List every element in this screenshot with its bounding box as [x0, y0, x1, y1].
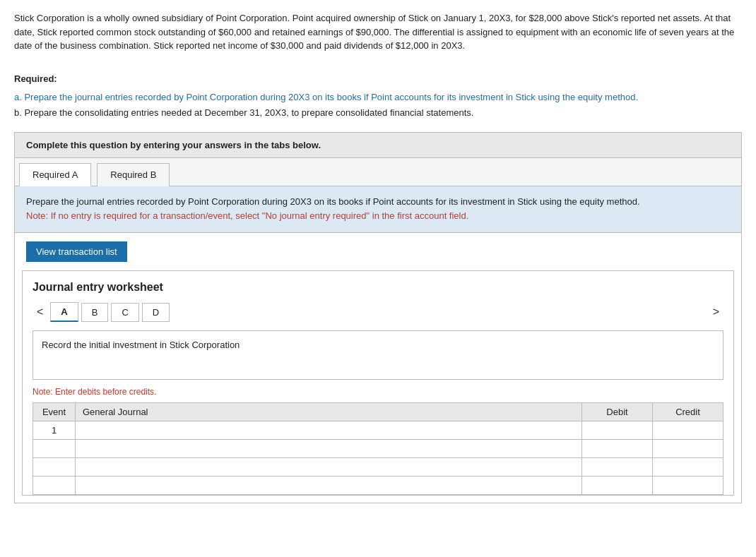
part-b: b. Prepare the consolidating entries nee… [14, 105, 742, 121]
debit-cell-4[interactable] [582, 477, 653, 495]
worksheet-tab-d-label: D [153, 307, 159, 318]
credit-input-4[interactable] [653, 477, 723, 494]
journal-input-3[interactable] [76, 458, 581, 476]
tab-required-a[interactable]: Required A [19, 163, 91, 186]
debit-cell-1[interactable] [582, 421, 653, 440]
worksheet-tab-a[interactable]: A [50, 302, 78, 322]
tab-b-label: Required B [110, 169, 156, 180]
tab-a-label: Required A [33, 169, 78, 180]
table-row [33, 440, 723, 458]
credit-cell-4[interactable] [653, 477, 723, 495]
nav-right-arrow[interactable]: > [709, 303, 723, 321]
note-debits: Note: Enter debits before credits. [33, 387, 723, 397]
part-b-text: b. Prepare the consolidating entries nee… [14, 107, 473, 118]
required-label: Required: [14, 73, 742, 84]
event-cell-1: 1 [33, 421, 76, 440]
tab-content-area: Prepare the journal entries recorded by … [15, 186, 741, 234]
journal-cell-2[interactable] [76, 440, 582, 458]
table-row [33, 477, 723, 495]
table-row [33, 458, 723, 477]
journal-table: Event General Journal Debit Credit 1 [33, 402, 723, 495]
part-a-text: a. Prepare the journal entries recorded … [14, 92, 638, 102]
complete-question-box: Complete this question by entering your … [14, 132, 742, 504]
debit-input-2[interactable] [582, 440, 652, 457]
credit-input-2[interactable] [653, 440, 723, 457]
event-cell-4 [33, 477, 76, 495]
worksheet-tab-a-label: A [61, 306, 67, 317]
credit-cell-3[interactable] [653, 458, 723, 477]
journal-cell-4[interactable] [76, 477, 582, 495]
tab-required-b[interactable]: Required B [97, 163, 170, 186]
intro-paragraph: Stick Corporation is a wholly owned subs… [14, 11, 742, 53]
col-header-debit: Debit [582, 403, 653, 421]
tabs-row: Required A Required B [15, 158, 741, 186]
tab-note: Note: If no entry is required for a tran… [26, 209, 730, 224]
complete-box-header-text: Complete this question by entering your … [26, 140, 321, 150]
table-row: 1 [33, 421, 723, 440]
journal-input-1[interactable] [76, 421, 581, 439]
col-header-general-journal: General Journal [76, 403, 582, 421]
journal-input-4[interactable] [76, 477, 581, 494]
worksheet-tab-c-label: C [122, 307, 128, 318]
debit-cell-2[interactable] [582, 440, 653, 458]
debit-input-4[interactable] [582, 477, 652, 494]
complete-box-header: Complete this question by entering your … [15, 133, 741, 158]
nav-tabs-row: < A B C D > [33, 302, 723, 322]
event-cell-3 [33, 458, 76, 477]
worksheet-tab-c[interactable]: C [111, 303, 138, 322]
credit-cell-2[interactable] [653, 440, 723, 458]
journal-input-2[interactable] [76, 440, 581, 457]
credit-cell-1[interactable] [653, 421, 723, 440]
nav-left-arrow[interactable]: < [33, 303, 47, 321]
debit-cell-3[interactable] [582, 458, 653, 477]
part-a: a. Prepare the journal entries recorded … [14, 90, 742, 105]
journal-cell-1[interactable] [76, 421, 582, 440]
record-instruction-text: Record the initial investment in Stick C… [42, 340, 240, 350]
col-header-event: Event [33, 403, 76, 421]
worksheet-title: Journal entry worksheet [33, 281, 723, 294]
debit-input-3[interactable] [582, 458, 652, 476]
worksheet-tab-b-label: B [92, 307, 98, 318]
view-transaction-btn-container: View transaction list [15, 233, 741, 270]
col-header-credit: Credit [653, 403, 723, 421]
credit-input-1[interactable] [653, 421, 723, 439]
event-cell-2 [33, 440, 76, 458]
tab-description: Prepare the journal entries recorded by … [26, 195, 730, 210]
worksheet-container: Journal entry worksheet < A B C D > Reco… [22, 270, 734, 496]
worksheet-tab-b[interactable]: B [81, 303, 109, 322]
record-instruction-box: Record the initial investment in Stick C… [33, 330, 723, 380]
debit-input-1[interactable] [582, 421, 652, 439]
journal-cell-3[interactable] [76, 458, 582, 477]
required-parts: a. Prepare the journal entries recorded … [14, 90, 742, 121]
worksheet-tab-d[interactable]: D [142, 303, 170, 322]
view-transaction-button[interactable]: View transaction list [26, 241, 127, 262]
credit-input-3[interactable] [653, 458, 723, 476]
